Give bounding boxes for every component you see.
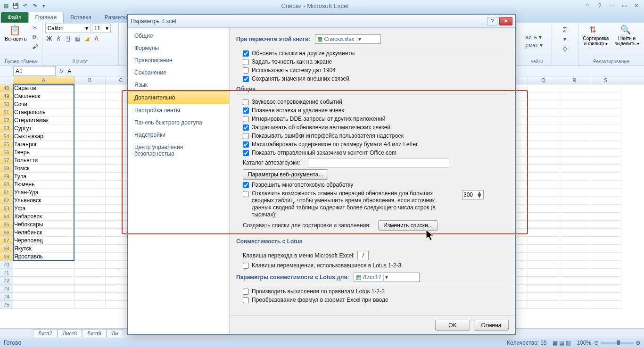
cell[interactable]: Сочи bbox=[13, 100, 74, 108]
cell[interactable] bbox=[559, 197, 590, 205]
cell[interactable] bbox=[559, 213, 590, 221]
row-header[interactable]: 61 bbox=[0, 189, 13, 197]
cell[interactable] bbox=[528, 124, 559, 133]
row-header[interactable]: 56 bbox=[0, 149, 13, 157]
cell[interactable]: Томск bbox=[13, 165, 74, 173]
col-header-a[interactable]: A bbox=[13, 76, 74, 84]
cell[interactable] bbox=[528, 100, 559, 108]
row-header[interactable]: 58 bbox=[0, 165, 13, 173]
cell[interactable] bbox=[74, 245, 106, 253]
cell[interactable]: Хабаровск bbox=[13, 213, 74, 221]
name-box[interactable]: A1 bbox=[13, 66, 56, 76]
row-header[interactable]: 54 bbox=[0, 133, 13, 141]
cell[interactable] bbox=[590, 245, 621, 253]
row-header[interactable]: 52 bbox=[0, 116, 13, 124]
cell[interactable] bbox=[528, 205, 559, 213]
copy-icon[interactable]: ⧉ bbox=[31, 33, 39, 41]
close-icon[interactable]: ✕ bbox=[631, 1, 642, 10]
zoom-out-icon[interactable]: ⊖ bbox=[594, 340, 599, 346]
cell[interactable] bbox=[559, 181, 590, 189]
cell[interactable] bbox=[74, 157, 106, 165]
cb-ignore-dde[interactable] bbox=[243, 116, 249, 122]
cell[interactable] bbox=[528, 116, 559, 124]
lotus-sheet-combo[interactable]: ▦Лист17▾ bbox=[354, 273, 420, 282]
cell[interactable] bbox=[528, 269, 559, 277]
cb-precision-displayed[interactable] bbox=[243, 59, 249, 65]
startup-folder-input[interactable] bbox=[308, 158, 449, 167]
cell[interactable]: Таганрог bbox=[13, 141, 74, 149]
workbook-combo[interactable]: ▦Списки.xlsx▾ bbox=[315, 34, 381, 44]
formula-value[interactable]: А bbox=[67, 68, 71, 75]
cell[interactable] bbox=[74, 173, 106, 181]
cell[interactable] bbox=[590, 197, 621, 205]
cell[interactable] bbox=[528, 229, 559, 237]
cell[interactable] bbox=[74, 205, 106, 213]
cell[interactable] bbox=[528, 301, 559, 309]
insert-cells-btn[interactable]: вить ▾ bbox=[526, 34, 542, 41]
cell[interactable] bbox=[559, 245, 590, 253]
dialog-help-button[interactable]: ? bbox=[487, 17, 497, 25]
font-size-combo[interactable]: 11▾ bbox=[92, 24, 111, 33]
cell[interactable] bbox=[590, 108, 621, 116]
cell[interactable] bbox=[74, 261, 106, 269]
dialog-nav-item[interactable]: Язык bbox=[128, 79, 229, 91]
cell[interactable] bbox=[528, 293, 559, 301]
cell[interactable] bbox=[559, 285, 590, 293]
cell[interactable] bbox=[559, 165, 590, 173]
row-header[interactable]: 57 bbox=[0, 157, 13, 165]
cell[interactable] bbox=[528, 221, 559, 229]
sheet-tab[interactable]: Лист7 bbox=[33, 329, 58, 337]
cell[interactable] bbox=[74, 116, 106, 124]
cell[interactable] bbox=[590, 133, 621, 141]
row-header[interactable]: 48 bbox=[0, 84, 13, 92]
cell[interactable] bbox=[528, 253, 559, 261]
cell[interactable] bbox=[74, 301, 106, 309]
cell[interactable] bbox=[528, 84, 559, 92]
dialog-nav-item[interactable]: Формулы bbox=[128, 42, 229, 54]
cell[interactable] bbox=[590, 261, 621, 269]
cell[interactable] bbox=[74, 189, 106, 197]
cell[interactable] bbox=[559, 149, 590, 157]
cell[interactable] bbox=[528, 261, 559, 269]
fx-icon[interactable]: fx bbox=[59, 68, 64, 75]
format-cells-btn[interactable]: рмат ▾ bbox=[526, 42, 543, 49]
cell[interactable]: Стерлитамак bbox=[13, 116, 74, 124]
cell[interactable] bbox=[559, 237, 590, 245]
cell[interactable] bbox=[559, 221, 590, 229]
cell[interactable] bbox=[74, 92, 106, 100]
cell[interactable] bbox=[559, 269, 590, 277]
qat-dropdown-icon[interactable]: ▾ bbox=[40, 1, 48, 10]
find-select-button[interactable]: 🔍 Найти и выделить ▾ bbox=[612, 24, 641, 47]
cell[interactable]: Саратов bbox=[13, 84, 74, 92]
cell[interactable] bbox=[559, 293, 590, 301]
row-header[interactable]: 69 bbox=[0, 253, 13, 261]
row-header[interactable]: 67 bbox=[0, 237, 13, 245]
cb-multithread[interactable] bbox=[243, 182, 249, 188]
restore-icon[interactable]: ▭ bbox=[619, 1, 630, 10]
cell[interactable] bbox=[74, 149, 106, 157]
cell[interactable] bbox=[74, 100, 106, 108]
cell[interactable] bbox=[528, 165, 559, 173]
cell[interactable] bbox=[559, 124, 590, 133]
cell[interactable] bbox=[590, 205, 621, 213]
cell[interactable]: Череповец bbox=[13, 237, 74, 245]
cell[interactable] bbox=[590, 269, 621, 277]
cb-lotus-entry[interactable] bbox=[243, 297, 249, 303]
cell[interactable] bbox=[74, 181, 106, 189]
cell[interactable]: Уфа bbox=[13, 205, 74, 213]
clear-icon[interactable]: ◇ bbox=[561, 44, 569, 53]
cell[interactable]: Якутск bbox=[13, 245, 74, 253]
cell[interactable] bbox=[528, 245, 559, 253]
cell[interactable] bbox=[528, 141, 559, 149]
dialog-nav-item[interactable]: Центр управления безопасностью bbox=[128, 141, 229, 160]
dialog-nav-item[interactable]: Панель быстрого доступа bbox=[128, 116, 229, 129]
cb-save-external-links[interactable] bbox=[243, 76, 249, 82]
cell[interactable] bbox=[13, 277, 74, 285]
cell[interactable]: Тольятти bbox=[13, 157, 74, 165]
row-header[interactable]: 72 bbox=[0, 277, 13, 285]
zoom-level[interactable]: 100% bbox=[577, 340, 591, 346]
cell[interactable] bbox=[13, 285, 74, 293]
cell[interactable] bbox=[74, 213, 106, 221]
cell[interactable] bbox=[74, 221, 106, 229]
sheet-tab[interactable]: Лист9 bbox=[82, 329, 107, 337]
